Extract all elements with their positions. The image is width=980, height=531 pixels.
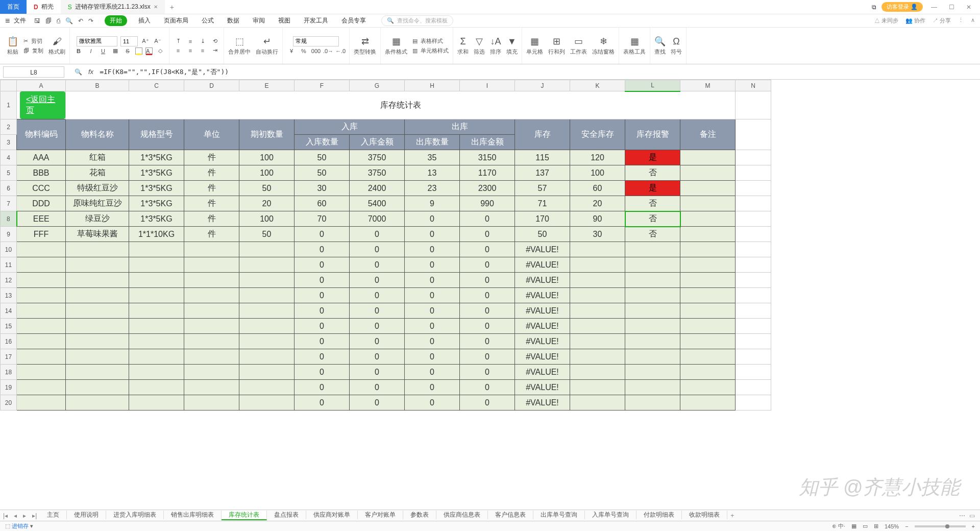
tab-daoke[interactable]: D稻壳 — [27, 0, 61, 14]
italic-button[interactable]: I — [86, 46, 95, 56]
save-as-icon[interactable]: 🗐 — [45, 17, 52, 25]
share-label[interactable]: ↗ 分享 — [933, 17, 951, 25]
ribbon-tab-3[interactable]: 公式 — [200, 15, 216, 26]
col-header[interactable]: H — [405, 80, 460, 91]
collapse-ribbon-icon[interactable]: ∧ — [971, 17, 975, 25]
table-row[interactable]: 8EEE绿豆沙1*3*5KG件1007070000017090否 — [1, 211, 771, 227]
col-header[interactable]: C — [129, 80, 184, 91]
increase-font-icon[interactable]: A⁺ — [141, 37, 150, 46]
sheet-tab[interactable]: 供应商对账单 — [306, 511, 358, 519]
guest-login-button[interactable]: 访客登录 👤 — [881, 2, 923, 12]
filter-button[interactable]: ▽筛选 — [474, 36, 485, 56]
ribbon-tab-8[interactable]: 会员专享 — [339, 15, 368, 26]
table-row[interactable]: 9FFF草莓味果酱1*1*10KG件5000005030否 — [1, 227, 771, 242]
view-break-icon[interactable]: ⊞ — [874, 523, 878, 529]
bold-button[interactable]: B — [74, 46, 83, 56]
strike-button[interactable]: S — [123, 46, 132, 56]
zoom-value[interactable]: 145% — [885, 523, 899, 529]
table-row[interactable]: 160000#VALUE! — [1, 334, 771, 349]
table-row[interactable]: 120000#VALUE! — [1, 273, 771, 288]
tab-nav-first[interactable]: |◂ — [0, 512, 11, 519]
typeconv-button[interactable]: ⇄类型转换 — [354, 36, 376, 56]
sheet-tab[interactable]: 出库单号查询 — [533, 511, 585, 519]
sheet-tab[interactable]: 参数表 — [403, 511, 436, 519]
percent-icon[interactable]: % — [299, 46, 308, 56]
name-box[interactable]: L8 — [3, 66, 64, 78]
underline-button[interactable]: U — [99, 46, 108, 56]
clear-format-button[interactable]: ◇ — [156, 46, 165, 56]
rowcol-button[interactable]: ⊞行和列 — [548, 36, 565, 56]
orientation-icon[interactable]: ⟲ — [210, 37, 219, 46]
tblfmt-button[interactable]: ▤ 表格样式 — [412, 37, 449, 45]
sheet-tab[interactable]: 收款明细表 — [682, 511, 727, 519]
col-header[interactable]: E — [239, 80, 295, 91]
find-button[interactable]: 🔍查找 — [654, 36, 666, 56]
table-row[interactable]: 110000#VALUE! — [1, 257, 771, 273]
sheet-tab[interactable]: 付款明细表 — [636, 511, 682, 519]
symbol-button[interactable]: Ω符号 — [671, 36, 682, 56]
align-left-icon[interactable]: ≡ — [174, 46, 183, 55]
sheet-tab[interactable]: 库存统计表 — [222, 511, 267, 520]
coop-label[interactable]: 👥 协作 — [905, 17, 925, 25]
add-sheet-button[interactable]: + — [727, 512, 737, 519]
save-icon[interactable]: 🖫 — [34, 17, 40, 25]
view-normal-icon[interactable]: ▦ — [851, 523, 856, 529]
tab-file[interactable]: S进销存管理系统21.1.23.xlsx✕ — [61, 0, 165, 14]
sheet-tab[interactable]: 客户对账单 — [358, 511, 403, 519]
ribbon-tab-5[interactable]: 审阅 — [251, 15, 267, 26]
tab-home[interactable]: 首页 — [0, 0, 27, 14]
merge-button[interactable]: ⬚合并居中 — [228, 36, 251, 56]
align-right-icon[interactable]: ≡ — [198, 46, 207, 55]
col-header[interactable]: L — [625, 80, 680, 91]
freeze-button[interactable]: ❄冻结窗格 — [592, 36, 615, 56]
sheet-tab[interactable]: 销售出库明细表 — [164, 511, 222, 519]
sheet-tab[interactable]: 盘点报表 — [267, 511, 306, 519]
table-row[interactable]: 130000#VALUE! — [1, 288, 771, 303]
print-icon[interactable]: ⎙ — [57, 17, 60, 25]
tab-nav-last[interactable]: ▸| — [29, 512, 40, 519]
ribbon-tab-0[interactable]: 开始 — [105, 15, 127, 26]
new-tab-button[interactable]: + — [165, 3, 179, 11]
table-row[interactable]: 180000#VALUE! — [1, 365, 771, 380]
align-center-icon[interactable]: ≡ — [186, 46, 195, 55]
comma-icon[interactable]: 000 — [311, 46, 321, 56]
table-row[interactable]: 150000#VALUE! — [1, 319, 771, 334]
table-row[interactable]: 7DDD原味纯红豆沙1*3*5KG件2060540099907120否 — [1, 196, 771, 211]
search-box[interactable]: 🔍 查找命令、搜索模板 — [381, 15, 453, 26]
formula-input[interactable]: =IF(K8="","",IF(J8<K8,"是","否")) — [100, 67, 980, 77]
box-icon[interactable]: ⧉ — [872, 4, 876, 11]
sheet-area[interactable]: ABCDEFGHIJKLMN1<返回主页库存统计表2物料编码物料名称规格型号单位… — [0, 80, 980, 510]
font-color-button[interactable]: A — [145, 47, 153, 55]
sheet-tab[interactable]: 使用说明 — [67, 511, 106, 519]
col-header[interactable]: B — [66, 80, 129, 91]
sheet-tab[interactable]: 供应商信息表 — [436, 511, 488, 519]
sheet-tab[interactable]: 客户信息表 — [488, 511, 533, 519]
align-mid-icon[interactable]: ≡ — [186, 37, 195, 46]
number-format-select[interactable] — [293, 36, 339, 46]
table-row[interactable]: 190000#VALUE! — [1, 380, 771, 395]
align-top-icon[interactable]: ⤒ — [174, 37, 183, 46]
zoom-in-icon[interactable]: + — [972, 523, 975, 529]
close-button[interactable]: ✕ — [963, 4, 975, 11]
close-icon[interactable]: ✕ — [154, 4, 158, 10]
ribbon-tab-1[interactable]: 插入 — [136, 15, 153, 26]
zoom-out-icon[interactable]: − — [905, 523, 908, 529]
undo-icon[interactable]: ↶ — [78, 17, 83, 25]
table-row[interactable]: 100000#VALUE! — [1, 242, 771, 257]
condfmt-button[interactable]: ▦条件格式 — [385, 36, 407, 56]
fx-icon[interactable]: 🔍 — [75, 68, 82, 76]
sheet-tab[interactable]: 进货入库明细表 — [106, 511, 164, 519]
view-page-icon[interactable]: ▭ — [863, 523, 868, 529]
wrap-button[interactable]: ↵自动换行 — [256, 36, 278, 56]
font-size-select[interactable] — [120, 36, 138, 46]
cut-button[interactable]: ✂ 剪切 — [23, 37, 43, 45]
paste-button[interactable]: 📋粘贴 — [7, 36, 18, 56]
col-header[interactable]: N — [736, 80, 771, 91]
tbltool-button[interactable]: ▦表格工具 — [623, 36, 646, 56]
table-row[interactable]: 170000#VALUE! — [1, 349, 771, 365]
row-header[interactable]: 1 — [1, 91, 17, 119]
tab-nav-prev[interactable]: ◂ — [11, 512, 20, 519]
col-header[interactable]: F — [295, 80, 350, 91]
col-header[interactable]: I — [460, 80, 515, 91]
indent-icon[interactable]: ⇥ — [210, 46, 219, 55]
